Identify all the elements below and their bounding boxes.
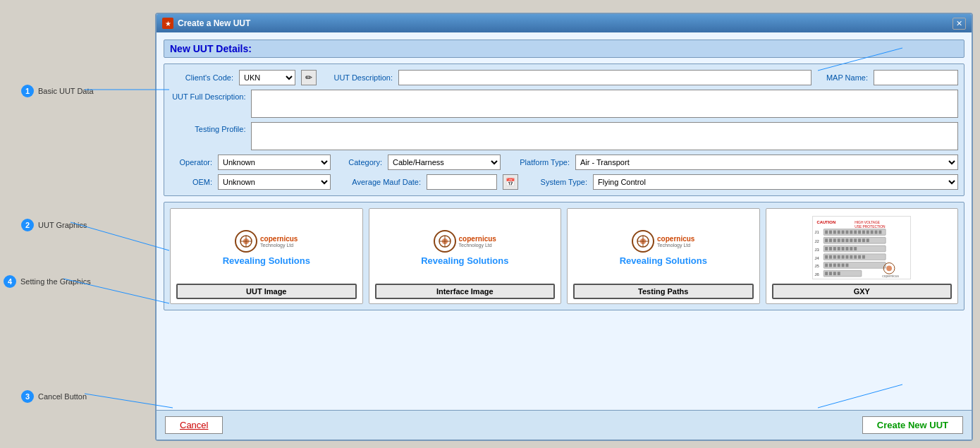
svg-rect-34 [829, 238, 832, 242]
svg-text:J5: J5 [815, 264, 820, 268]
interface-image-card[interactable]: copernicus Technology Ltd Revealing Solu… [369, 208, 562, 304]
form-row-5: OEM: Unknown Average Mauf Date: 📅 System… [170, 174, 958, 190]
svg-text:J1: J1 [815, 230, 819, 234]
platform-type-label: Platform Type: [506, 158, 570, 167]
uut-image-preview: copernicus Technology Ltd Revealing Solu… [176, 216, 357, 279]
svg-rect-50 [842, 247, 845, 250]
svg-rect-48 [833, 247, 836, 250]
avg-mauf-date-input[interactable] [427, 174, 497, 190]
testing-profile-label: Testing Profile: [170, 122, 245, 133]
svg-rect-39 [850, 238, 853, 242]
testing-paths-card[interactable]: copernicus Technology Ltd Revealing Solu… [567, 208, 760, 304]
svg-text:USE PROTECTION: USE PROTECTION [855, 225, 886, 229]
svg-rect-69 [829, 263, 832, 267]
system-type-label: System Type: [524, 178, 587, 186]
section-header: New UUT Details: [164, 40, 964, 58]
svg-point-81 [886, 265, 892, 271]
annotation-settings: 4 Setting the Graphics [4, 275, 91, 288]
operator-select[interactable]: Unknown [218, 155, 331, 170]
svg-rect-43 [866, 238, 869, 242]
svg-rect-27 [866, 231, 869, 234]
platform-type-select[interactable]: Air - Transport [575, 155, 958, 170]
full-desc-textarea[interactable] [251, 90, 958, 118]
pencil-button[interactable]: ✏ [301, 70, 317, 85]
form-row-2: UUT Full Description: [170, 90, 958, 118]
annotation-cancel: 3 Cancel Button [21, 390, 87, 403]
cancel-button[interactable]: Cancel [165, 416, 223, 434]
svg-text:J2: J2 [815, 239, 819, 243]
svg-rect-77 [829, 272, 832, 275]
map-name-label: MAP Name: [817, 73, 868, 82]
svg-rect-17 [825, 231, 828, 234]
svg-rect-28 [871, 231, 874, 234]
uut-description-input[interactable] [398, 70, 811, 85]
svg-rect-63 [854, 255, 857, 259]
interface-image-preview: copernicus Technology Ltd Revealing Solu… [375, 216, 556, 279]
svg-rect-71 [838, 263, 840, 267]
avg-mauf-date-label: Average Mauf Date: [336, 178, 421, 186]
svg-rect-35 [833, 238, 836, 242]
uut-description-label: UUT Description: [322, 73, 393, 82]
svg-rect-22 [846, 231, 849, 234]
testing-profile-textarea[interactable] [251, 122, 958, 150]
category-select[interactable]: Cable/Harness [388, 155, 501, 170]
create-new-uut-button[interactable]: Create New UUT [862, 416, 963, 434]
clients-code-select[interactable]: UKN ABC [239, 70, 295, 85]
graphics-section: copernicus Technology Ltd Revealing Solu… [164, 202, 964, 310]
dialog-window: ★ Create a New UUT ✕ New UUT Details: Cl… [155, 13, 973, 441]
dialog-footer: Cancel Create New UUT [157, 410, 972, 440]
calendar-button[interactable]: 📅 [503, 174, 518, 190]
svg-rect-68 [825, 263, 828, 267]
gxy-button[interactable]: GXY [772, 284, 953, 299]
svg-rect-42 [862, 238, 865, 242]
oem-select[interactable]: Unknown [218, 174, 331, 190]
svg-rect-73 [846, 263, 849, 267]
interface-image-button[interactable]: Interface Image [375, 284, 556, 299]
svg-rect-24 [854, 231, 857, 234]
svg-rect-46 [825, 247, 828, 250]
svg-rect-64 [858, 255, 861, 259]
svg-rect-60 [842, 255, 845, 259]
form-row-4: Operator: Unknown Category: Cable/Harnes… [170, 155, 958, 170]
main-form: Client's Code: UKN ABC ✏ UUT Description… [164, 63, 964, 196]
testing-paths-preview: copernicus Technology Ltd Revealing Solu… [573, 216, 754, 279]
svg-rect-59 [838, 255, 840, 259]
svg-rect-79 [838, 272, 840, 275]
svg-rect-52 [850, 247, 853, 250]
dialog-close-button[interactable]: ✕ [953, 18, 966, 30]
annotation-basic: 1 Basic UUT Data [21, 85, 94, 97]
testing-paths-button[interactable]: Testing Paths [573, 284, 754, 299]
svg-rect-33 [825, 238, 828, 242]
gxy-preview: CAUTION HIGH VOLTAGE USE PROTECTION J1 [772, 216, 953, 279]
dialog-titlebar: ★ Create a New UUT ✕ [157, 14, 972, 32]
svg-rect-40 [854, 238, 857, 242]
svg-rect-57 [829, 255, 832, 259]
svg-rect-25 [858, 231, 861, 234]
titlebar-left: ★ Create a New UUT [162, 18, 250, 29]
svg-rect-23 [850, 231, 853, 234]
outer-wrapper: 1 Basic UUT Data 2 UUT Graphics 3 Cancel… [0, 0, 980, 448]
svg-rect-58 [833, 255, 836, 259]
interface-reveal-text: Revealing Solutions [421, 255, 508, 266]
gxy-card[interactable]: CAUTION HIGH VOLTAGE USE PROTECTION J1 [766, 208, 959, 304]
svg-rect-49 [838, 247, 840, 250]
svg-text:J6: J6 [815, 272, 819, 277]
svg-rect-29 [875, 231, 878, 234]
svg-rect-61 [846, 255, 849, 259]
svg-rect-78 [833, 272, 836, 275]
uut-image-card[interactable]: copernicus Technology Ltd Revealing Solu… [170, 208, 363, 304]
uut-image-button[interactable]: UUT Image [176, 284, 357, 299]
svg-text:J4: J4 [815, 256, 820, 260]
badge-graphics: 2 [21, 219, 34, 231]
svg-rect-18 [829, 231, 832, 234]
svg-text:CAUTION: CAUTION [817, 220, 836, 224]
oem-label: OEM: [170, 178, 212, 186]
svg-rect-72 [842, 263, 845, 267]
map-name-input[interactable] [874, 70, 958, 85]
svg-rect-38 [846, 238, 849, 242]
badge-basic: 1 [21, 85, 34, 97]
system-type-select[interactable]: Flying Control [593, 174, 958, 190]
svg-rect-36 [838, 238, 840, 242]
section-header-title: New UUT Details: [170, 43, 252, 54]
svg-rect-47 [829, 247, 832, 250]
